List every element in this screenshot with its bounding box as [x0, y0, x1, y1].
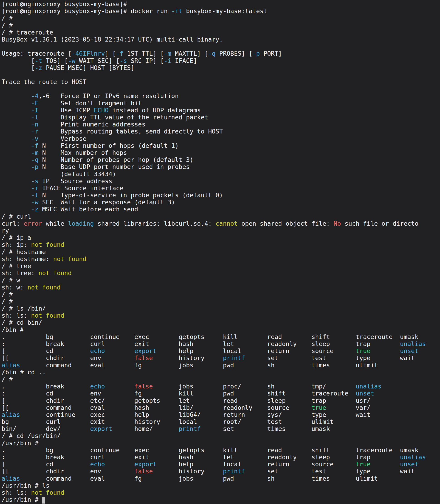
- terminal-text: -n: [31, 121, 39, 128]
- terminal-line: -t N Type-of-service in probe packets (d…: [1, 192, 440, 199]
- terminal-text: -w: [68, 57, 76, 64]
- terminal-text: [1, 142, 31, 149]
- terminal-text: -s: [31, 178, 39, 184]
- terminal-line: : cd env fg kill pwd shift traceroute un…: [1, 390, 440, 397]
- terminal-text: [1, 178, 31, 184]
- terminal-text: Use ICMP: [39, 107, 94, 114]
- terminal-line: [[ chdir env false history printf set te…: [1, 468, 440, 475]
- terminal-text: -q: [31, 156, 39, 163]
- terminal-text: -F: [31, 100, 39, 107]
- terminal-line: -q N Number of probes per hop (default 3…: [1, 156, 440, 163]
- terminal-text: N First number of hops (default 1): [39, 142, 179, 149]
- terminal-line: [1, 43, 440, 50]
- terminal-text: printf: [223, 468, 245, 475]
- terminal-text: -m: [164, 50, 171, 57]
- terminal-text: unset: [356, 390, 374, 397]
- terminal-text: -t: [31, 192, 39, 199]
- terminal-text: echo: [90, 347, 105, 354]
- terminal-text: -i: [164, 57, 171, 64]
- terminal-line: /usr/bin # ls: [1, 482, 440, 489]
- terminal-text: [[ chdir env: [1, 354, 134, 362]
- terminal-text: loading: [68, 220, 94, 227]
- terminal-text: /bin #: [1, 326, 24, 333]
- terminal-text: [1, 114, 31, 121]
- terminal-text: [1, 206, 31, 213]
- terminal-text: not found: [31, 241, 64, 248]
- terminal-line: -r Bypass routing tables, send directly …: [1, 128, 440, 135]
- terminal-text: bin/ dev/: [1, 425, 90, 432]
- terminal-text: / # hostname: [1, 248, 46, 255]
- terminal-text: /usr/bin #: [1, 439, 39, 447]
- terminal-text: [105, 383, 134, 390]
- terminal-text: [1, 192, 31, 199]
- terminal-line: bin/ dev/ export home/ printf set times …: [1, 425, 440, 432]
- terminal-line: . bg continue exec getopts kill read shi…: [1, 333, 440, 340]
- terminal-text: [ chdir etc/ getopts let read sleep trap…: [1, 397, 371, 404]
- terminal-text: set test type wait: [245, 354, 415, 362]
- terminal-line: -s IP Source address: [1, 178, 440, 184]
- terminal-line: Usage: traceroute [-46IFlnrv] [-f 1ST_TT…: [1, 50, 440, 57]
- terminal-line: /usr/bin #: [1, 439, 440, 447]
- terminal-text: N Base UDP port number used in probes: [39, 163, 190, 170]
- terminal-text: / # ls /bin/: [1, 305, 46, 312]
- terminal-text: alias: [1, 475, 20, 482]
- terminal-text: [105, 347, 134, 354]
- terminal-line: BusyBox v1.36.1 (2023-05-18 22:34:17 UTC…: [1, 36, 440, 43]
- terminal-line: / # w: [1, 277, 440, 283]
- terminal-line: -F Set don't fragment bit: [1, 100, 440, 107]
- terminal-line: curl: error while loading shared librari…: [1, 220, 440, 227]
- terminal-text: TOS] [: [42, 57, 68, 64]
- terminal-line: : break curl exit hash let readonly slee…: [1, 454, 440, 461]
- terminal-text: [: [1, 64, 35, 71]
- terminal-line: -v Verbose: [1, 135, 440, 142]
- terminal-line: /bin # cd ..: [1, 369, 440, 376]
- terminal[interactable]: [root@nginxproxy busybox-my-base]#[root@…: [0, 0, 440, 504]
- terminal-text: -t: [35, 57, 42, 64]
- terminal-text: /usr/bin # ls: [1, 482, 49, 489]
- terminal-text: IP Source address: [39, 178, 112, 184]
- terminal-text: not found: [31, 489, 64, 496]
- terminal-line: sh: ls: not found: [1, 489, 440, 496]
- terminal-text: [1, 163, 31, 170]
- terminal-text: IFACE]: [171, 57, 197, 64]
- terminal-text: / # cd bin/: [1, 319, 42, 326]
- terminal-text: Bypass routing tables, send directly to …: [39, 128, 223, 135]
- terminal-text: not found: [39, 269, 72, 277]
- terminal-text: . bg continue exec getopts kill read shi…: [1, 447, 418, 454]
- terminal-text: SRC_IP] [: [127, 57, 164, 64]
- terminal-text: busybox-my-base:latest: [182, 8, 267, 14]
- terminal-text: [1, 135, 31, 142]
- terminal-text: false: [134, 354, 153, 362]
- terminal-text: Usage: traceroute [: [1, 50, 72, 57]
- terminal-text: -v: [31, 135, 39, 142]
- terminal-text: echo: [90, 383, 105, 390]
- terminal-line: alias continue exec help lib64/ return s…: [1, 411, 440, 418]
- terminal-text: : break curl exit hash let readonly slee…: [1, 340, 400, 347]
- terminal-text: Print numeric addresses: [39, 121, 145, 128]
- terminal-text: sh: ls:: [1, 312, 31, 319]
- terminal-text: / # traceroute: [1, 29, 53, 36]
- terminal-line: [-z PAUSE_MSEC] HOST [BYTES]: [1, 64, 440, 71]
- terminal-text: PAUSE_MSEC] HOST [BYTES]: [42, 64, 134, 71]
- terminal-text: sh: tree:: [1, 269, 39, 277]
- terminal-text: / #: [1, 22, 13, 29]
- terminal-line: / # cd bin/: [1, 319, 440, 326]
- terminal-line: sh: hostname: not found: [1, 255, 440, 263]
- terminal-text: [371, 347, 400, 354]
- terminal-text: -z: [35, 64, 42, 71]
- terminal-line: [ cd echo export help local return sourc…: [1, 461, 440, 468]
- terminal-text: [1, 184, 31, 192]
- terminal-text: export: [134, 461, 157, 468]
- terminal-line: -l Display TTL value of the returned pac…: [1, 114, 440, 121]
- terminal-text: / #: [1, 298, 13, 305]
- terminal-text: . break: [1, 383, 90, 390]
- terminal-text: error: [24, 220, 42, 227]
- terminal-text: Trace the route to HOST: [1, 78, 86, 85]
- terminal-text: export: [90, 425, 112, 432]
- terminal-text: open shared object file:: [238, 220, 334, 227]
- terminal-text: [: [1, 57, 35, 64]
- terminal-text: N Number of probes per hop (default 3): [39, 156, 193, 163]
- terminal-line: / # ip a: [1, 234, 440, 241]
- terminal-line: -w SEC Wait for a response (default 3): [1, 199, 440, 206]
- terminal-line: -n Print numeric addresses: [1, 121, 440, 128]
